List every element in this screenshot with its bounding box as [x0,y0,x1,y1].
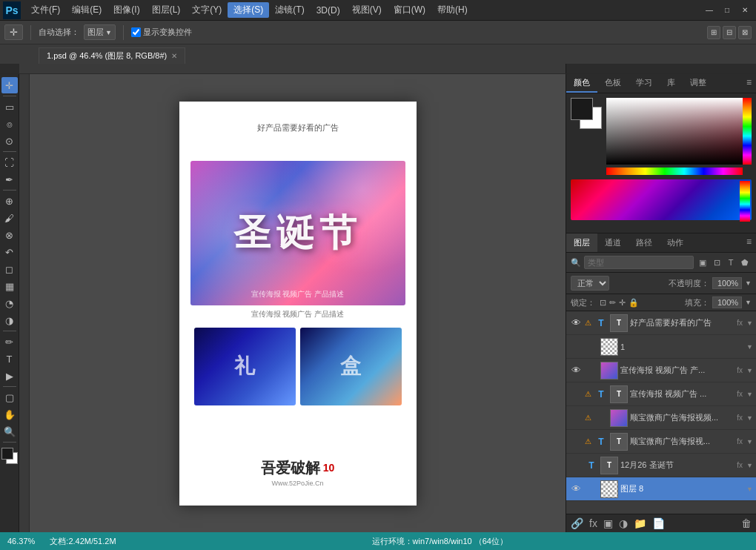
tab-adjustments[interactable]: 调整 [683,74,714,93]
menu-help[interactable]: 帮助(H) [431,2,474,18]
lock-all-icon[interactable]: 🔒 [629,298,639,308]
opacity-input[interactable] [712,277,742,289]
pen-tool[interactable]: ✏ [1,334,18,350]
lasso-tool[interactable]: ⌾ [1,116,18,132]
layer-expand-icon[interactable]: ▼ [746,343,753,351]
align-right-btn[interactable]: ⊠ [738,26,752,39]
healing-tool[interactable]: ⊕ [1,193,18,209]
filter-shape-icon[interactable]: ⬟ [739,256,751,268]
layer-delete-btn[interactable]: 🗑 [741,517,752,529]
color-fg-swatch[interactable] [571,98,593,120]
tab-learn[interactable]: 学习 [629,74,660,93]
layer-visibility-icon[interactable]: 👁 [569,364,583,377]
color-hue-slider[interactable] [740,181,750,222]
transform-checkbox-input[interactable] [131,27,141,37]
layer-expand-icon[interactable]: ▼ [746,486,753,493]
filter-adjust-icon[interactable]: ⊡ [711,256,723,268]
menu-window[interactable]: 窗口(W) [388,2,431,18]
brush-tool[interactable]: 🖌 [1,210,18,226]
layer-expand-icon[interactable]: ▼ [746,462,753,469]
close-button[interactable]: ✕ [737,4,753,17]
layer-item[interactable]: ⚠顺宝微商广告海报视频...fx▼ [566,406,756,430]
eraser-tool[interactable]: ◻ [1,261,18,277]
layer-visibility-icon[interactable] [569,459,583,472]
lock-paint-icon[interactable]: ✏ [609,298,616,308]
color-saturation-box[interactable] [606,98,752,165]
type-tool[interactable]: T [1,351,18,367]
eyedropper-tool[interactable]: ✒ [1,171,18,188]
color-main-gradient[interactable] [571,179,752,220]
clone-tool[interactable]: ⊗ [1,227,18,243]
layer-visibility-icon[interactable] [569,388,583,401]
layer-item[interactable]: 👁图层 8▼ [566,477,756,501]
layer-expand-icon[interactable]: ▼ [746,367,753,374]
maximize-button[interactable]: □ [719,4,735,17]
menu-file[interactable]: 文件(F) [25,2,66,18]
foreground-color[interactable] [1,448,13,460]
menu-view[interactable]: 视图(V) [346,2,388,18]
show-transform-checkbox[interactable]: 显示变换控件 [131,27,192,38]
document-tab[interactable]: 1.psd @ 46.4% (图层 8, RGB/8#) ✕ [39,47,185,64]
align-center-btn[interactable]: ⊟ [723,26,736,39]
align-left-btn[interactable]: ⊞ [707,26,720,39]
layer-group-btn[interactable]: 📁 [634,517,646,529]
blend-mode-select[interactable]: 正常 [571,276,609,291]
menu-3d[interactable]: 3D(D) [311,4,346,17]
filter-smart-icon[interactable]: ◫ [753,256,756,268]
layer-adjust-btn[interactable]: ◑ [619,517,628,529]
fill-arrow-icon[interactable]: ▼ [745,299,752,306]
layer-item[interactable]: TT12月26 圣诞节fx▼ [566,454,756,477]
layers-search-input[interactable] [584,256,694,269]
menu-layer[interactable]: 图层(L) [146,2,187,18]
dodge-tool[interactable]: ◑ [1,312,18,328]
layer-item[interactable]: 👁宣传海报 视频广告 产...fx▼ [566,359,756,382]
menu-select[interactable]: 选择(S) [228,2,269,18]
quickselect-tool[interactable]: ⊙ [1,133,18,149]
layer-item[interactable]: ⚠TT顺宝微商广告海报视...fx▼ [566,430,756,454]
move-tool[interactable]: ✛ [1,77,18,93]
move-tool-options[interactable]: ✛ [4,24,23,40]
menu-type[interactable]: 文字(Y) [186,2,228,18]
menu-edit[interactable]: 编辑(E) [66,2,107,18]
layers-panel-menu[interactable]: ≡ [742,233,756,252]
menu-image[interactable]: 图像(I) [107,2,145,18]
canvas-area[interactable]: 好产品需要好看的广告 圣诞节 宣传海报 视频广告 产品描述 宣传海报 视频广告 … [30,74,566,532]
layer-expand-icon[interactable]: ▼ [746,438,753,445]
gradient-tool[interactable]: ▦ [1,278,18,294]
minimize-button[interactable]: — [701,4,717,17]
tab-library[interactable]: 库 [660,74,683,93]
layer-visibility-icon[interactable] [569,340,583,354]
path-select-tool[interactable]: ▶ [1,368,18,384]
layer-visibility-icon[interactable] [569,411,583,425]
layer-item[interactable]: 👁⚠TT好产品需要好看的广告fx▼ [566,311,756,335]
tab-paths[interactable]: 路径 [629,233,660,252]
color-hue-strip[interactable] [743,98,752,165]
filter-pixel-icon[interactable]: ▣ [697,256,709,268]
zoom-tool[interactable]: 🔍 [1,423,18,440]
tab-channels[interactable]: 通道 [597,233,629,252]
tab-layers[interactable]: 图层 [566,233,597,252]
tab-close-btn[interactable]: ✕ [171,52,177,60]
layer-new-btn[interactable]: 📄 [652,517,665,529]
color-hue-bar[interactable] [606,168,743,175]
layer-expand-icon[interactable]: ▼ [746,319,753,327]
layer-mask-btn[interactable]: ▣ [603,517,613,529]
layer-link-btn[interactable]: 🔗 [571,517,583,529]
tab-swatches[interactable]: 色板 [597,74,629,93]
menu-filter[interactable]: 滤镜(T) [269,2,310,18]
hand-tool[interactable]: ✋ [1,406,18,423]
tab-color[interactable]: 颜色 [566,74,597,93]
layer-dropdown[interactable]: 图层 ▼ [84,24,116,40]
fill-input[interactable] [712,296,742,308]
history-brush[interactable]: ↶ [1,244,18,260]
shape-tool[interactable]: ▢ [1,389,18,405]
layer-item[interactable]: ⚠TT宣传海报 视频广告 ...fx▼ [566,382,756,406]
selection-tool[interactable]: ▭ [1,99,18,115]
layer-fx-btn[interactable]: fx [589,517,597,529]
lock-transparent-icon[interactable]: ⊡ [600,298,606,308]
layer-expand-icon[interactable]: ▼ [746,414,753,422]
layer-visibility-icon[interactable] [569,435,583,448]
color-panel-menu[interactable]: ≡ [742,74,756,93]
lock-position-icon[interactable]: ✛ [619,298,626,308]
layer-visibility-icon[interactable]: 👁 [569,483,583,496]
